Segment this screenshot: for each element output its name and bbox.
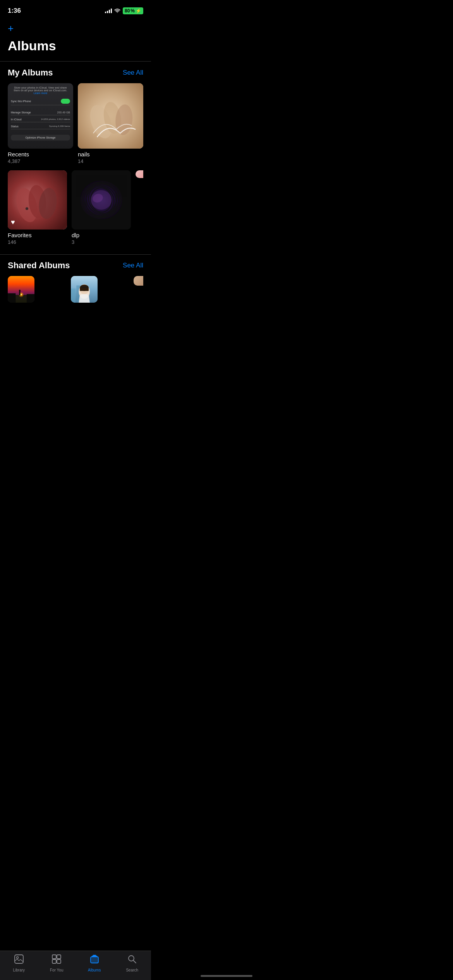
- page-title: Albums: [8, 38, 143, 53]
- recents-icloud-row: In iCloud 14,653 photos, 2,812 videos: [11, 117, 70, 122]
- shared-albums-see-all[interactable]: See All: [123, 262, 143, 269]
- recents-status-row: Status Syncing 6,339 Items: [11, 124, 70, 129]
- shared-albums-row: [8, 276, 143, 303]
- svg-rect-33: [71, 289, 76, 303]
- wifi-icon: [114, 8, 120, 14]
- recents-icloud-value: 14,653 photos, 2,812 videos: [41, 118, 70, 120]
- svg-rect-38: [80, 288, 89, 291]
- my-albums-section: My Albums See All Store your photos in i…: [0, 68, 151, 245]
- battery-level: 80: [125, 8, 130, 14]
- album-nails[interactable]: nails 14: [78, 83, 143, 164]
- shared-sunset-thumb: [8, 276, 34, 303]
- status-bar: 1:36 80% ⚡: [0, 0, 151, 19]
- recents-optimize: Optimize iPhone Storage: [11, 135, 70, 140]
- battery-indicator: 80% ⚡: [123, 7, 143, 14]
- album-recents[interactable]: Store your photos in iCloud. View and sh…: [8, 83, 73, 164]
- divider-shared: [0, 254, 151, 255]
- shared-person-thumb: [71, 276, 98, 303]
- album-partial[interactable]: [136, 170, 143, 245]
- main-content: + Albums My Albums See All Store your ph…: [0, 19, 151, 341]
- shared-album-sunset[interactable]: [8, 276, 66, 303]
- album-recents-count: 4,387: [8, 158, 73, 164]
- recents-icloud-label: In iCloud: [11, 118, 22, 121]
- shared-albums-header: Shared Albums See All: [8, 260, 143, 271]
- svg-point-28: [19, 290, 21, 291]
- shared-partial-thumb: [134, 276, 143, 286]
- recents-sync-row: Sync this iPhone: [11, 98, 70, 105]
- shared-album-person[interactable]: [71, 276, 129, 303]
- album-favorites-thumb: ♥: [8, 170, 67, 230]
- album-nails-name: nails: [78, 151, 143, 158]
- album-favorites-name: Favorites: [8, 232, 67, 238]
- signal-icon: [105, 9, 112, 13]
- svg-point-31: [21, 294, 21, 295]
- svg-rect-27: [19, 291, 20, 295]
- album-favorites[interactable]: ♥ Favorites 146: [8, 170, 67, 245]
- recents-sync-label: Sync this iPhone: [11, 100, 31, 103]
- status-icons: 80% ⚡: [105, 7, 143, 14]
- svg-rect-30: [27, 294, 34, 303]
- recents-thumbnail: Store your photos in iCloud. View and sh…: [8, 83, 73, 149]
- album-nails-count: 14: [78, 158, 143, 164]
- recents-optimize-label: Optimize iPhone Storage: [26, 136, 56, 139]
- svg-rect-29: [8, 293, 15, 303]
- recents-manage-value: 200.49 GB: [57, 111, 70, 114]
- svg-rect-39: [81, 287, 88, 288]
- recents-manage-label: Manage Storage: [11, 111, 31, 114]
- album-recents-thumb: Store your photos in iCloud. View and sh…: [8, 83, 73, 149]
- dlp-thumb-svg: [72, 170, 131, 230]
- person-svg: [71, 276, 98, 303]
- status-time: 1:36: [8, 7, 21, 15]
- recents-learn-more: Learn more: [11, 92, 70, 94]
- albums-row-2: ♥ Favorites 146: [8, 170, 143, 245]
- recents-toggle: [61, 99, 70, 104]
- add-button[interactable]: +: [8, 22, 14, 34]
- battery-icon: ⚡: [136, 8, 141, 14]
- svg-point-0: [117, 12, 118, 13]
- shared-albums-section: Shared Albums See All: [0, 260, 151, 303]
- sunset-svg: [8, 276, 34, 303]
- album-dlp-thumb: [72, 170, 131, 230]
- divider-top: [0, 61, 151, 62]
- recents-status-value: Syncing 6,339 Items: [49, 125, 70, 127]
- album-dlp-count: 3: [72, 239, 131, 245]
- my-albums-see-all[interactable]: See All: [123, 69, 143, 77]
- recents-status-label: Status: [11, 125, 19, 128]
- album-dlp-name: dlp: [72, 232, 131, 238]
- recents-icloud-text1: Store your photos in iCloud. View and sh…: [11, 86, 70, 89]
- albums-row-1: Store your photos in iCloud. View and sh…: [8, 83, 143, 164]
- shared-album-partial[interactable]: [134, 276, 143, 303]
- album-recents-name: Recents: [8, 151, 73, 158]
- my-albums-header: My Albums See All: [8, 68, 143, 78]
- svg-point-9: [26, 207, 28, 210]
- nails-thumb-svg: [78, 83, 143, 149]
- recents-icloud-text2: them on all your devices and on iCloud.c…: [11, 89, 70, 92]
- favorites-thumb-svg: [8, 170, 67, 230]
- my-albums-title: My Albums: [8, 68, 53, 78]
- album-favorites-count: 146: [8, 239, 67, 245]
- recents-manage-row: Manage Storage 200.49 GB: [11, 110, 70, 115]
- shared-albums-title: Shared Albums: [8, 260, 70, 271]
- album-dlp[interactable]: dlp 3: [72, 170, 131, 245]
- album-nails-thumb: [78, 83, 143, 149]
- header: + Albums: [0, 19, 151, 53]
- heart-badge: ♥: [11, 218, 15, 226]
- album-partial-thumb: [136, 170, 143, 178]
